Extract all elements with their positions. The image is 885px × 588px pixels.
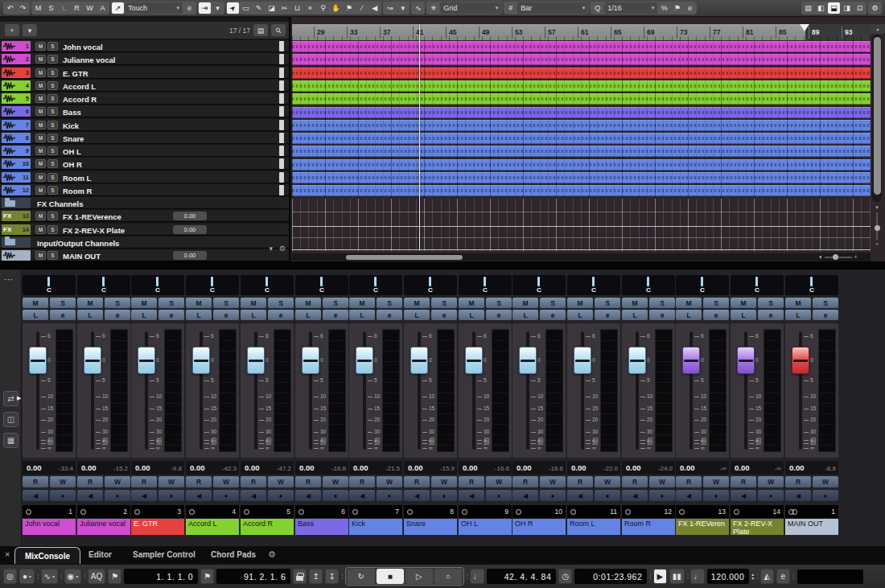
- channel-config-icon[interactable]: [462, 509, 467, 515]
- channel-listen-button[interactable]: L: [512, 310, 538, 320]
- track-mute-button[interactable]: M: [35, 55, 46, 64]
- horizontal-zoom-preset-button[interactable]: ▾: [819, 254, 822, 261]
- volume-fader[interactable]: [792, 347, 809, 374]
- track-row[interactable]: 8MSSnare: [0, 132, 289, 144]
- volume-value[interactable]: 0.00: [353, 463, 368, 472]
- mixer-channel-strip[interactable]: CMSLe605101520304050∞0.00-16.8RW◀●6Bass: [295, 269, 348, 535]
- channel-edit-button[interactable]: e: [50, 310, 76, 320]
- pan-control[interactable]: C: [241, 275, 294, 295]
- mixer-channel-strip[interactable]: CMSLe605101520304050∞0.00-8.8RW◀●1MAIN O…: [785, 269, 838, 535]
- monitor-button[interactable]: ◀: [186, 490, 212, 501]
- channel-listen-button[interactable]: L: [404, 310, 430, 320]
- mixer-channel-strip[interactable]: CMSLe605101520304050∞0.00-33.4RW◀●1John …: [23, 269, 76, 535]
- erase-tool[interactable]: ◪: [266, 2, 278, 14]
- volume-fader[interactable]: [737, 347, 755, 374]
- channel-edit-button[interactable]: e: [649, 310, 675, 320]
- audio-event[interactable]: [292, 41, 871, 52]
- pan-control[interactable]: C: [131, 275, 184, 295]
- tempo-stepper[interactable]: ▴ ▾: [751, 573, 754, 581]
- volume-value[interactable]: 0.00: [735, 463, 750, 472]
- pan-control[interactable]: C: [512, 275, 566, 295]
- right-zone-button[interactable]: ◨: [841, 2, 853, 14]
- playhead-cursor[interactable]: [419, 24, 420, 251]
- channel-edit-button[interactable]: e: [540, 310, 566, 320]
- mixer-channel-strip[interactable]: CMSLe605101520304050∞0.00-47.2RW◀●5Accor…: [241, 269, 294, 535]
- mixer-racks-button[interactable]: ◫: [3, 412, 19, 427]
- read-automation-button[interactable]: R: [785, 476, 811, 487]
- channel-name[interactable]: FX 1-REVeren: [676, 519, 729, 535]
- read-automation-button[interactable]: R: [512, 476, 538, 487]
- range-selection-tool[interactable]: ▭: [240, 2, 252, 14]
- channel-config-icon[interactable]: [352, 509, 358, 515]
- mixer-channel-strip[interactable]: CMSLe605101520304050∞0.00-9.8RW◀●3E. GTR: [131, 269, 184, 535]
- monitor-button[interactable]: ◀: [731, 490, 756, 501]
- channel-edit-button[interactable]: e: [595, 310, 620, 320]
- track-color-block[interactable]: 9: [2, 146, 31, 156]
- volume-value[interactable]: 0.00: [789, 463, 805, 472]
- read-automation-button[interactable]: R: [131, 476, 157, 487]
- monitor-button[interactable]: ◀: [349, 490, 375, 501]
- vertical-zoom-control[interactable]: ▾ +: [872, 204, 882, 251]
- pan-control[interactable]: C: [622, 275, 675, 295]
- channel-config-icon[interactable]: [244, 509, 249, 515]
- add-track-options-button[interactable]: ▾: [23, 24, 37, 36]
- channel-solo-button[interactable]: S: [813, 298, 838, 308]
- mixer-channel-strip[interactable]: CMSLe605101520304050∞0.00-22.0RW◀●11Room…: [567, 269, 620, 535]
- volume-fader[interactable]: [192, 347, 210, 374]
- track-volume-value[interactable]: 0.00: [173, 212, 207, 220]
- volume-value[interactable]: 0.00: [299, 463, 315, 472]
- cycle-button[interactable]: ↻: [348, 569, 375, 584]
- tab-chord-pads[interactable]: Chord Pads: [211, 550, 256, 559]
- metronome-setup-button[interactable]: e: [776, 569, 790, 584]
- record-enable-button[interactable]: ●: [813, 490, 838, 501]
- channel-listen-button[interactable]: L: [241, 310, 266, 320]
- channel-name[interactable]: Room R: [622, 519, 675, 535]
- track-row[interactable]: Input/Output Channels: [0, 236, 289, 249]
- menu-dots-icon[interactable]: ⁞: [756, 573, 758, 581]
- mixer-channel-strip[interactable]: CMSLe605101520304050∞0.00-∞RW◀●13FX 1-RE…: [676, 269, 729, 535]
- mute-tool[interactable]: ×: [304, 2, 316, 14]
- channel-name[interactable]: OH L: [459, 519, 512, 535]
- audio-event[interactable]: [292, 120, 871, 131]
- volume-fader[interactable]: [465, 347, 483, 374]
- channel-solo-button[interactable]: S: [540, 298, 566, 308]
- pan-control[interactable]: C: [567, 275, 620, 295]
- menu-dots-icon[interactable]: ⁞: [687, 573, 689, 581]
- read-automation-button[interactable]: R: [77, 476, 103, 487]
- track-mute-button[interactable]: M: [35, 251, 46, 260]
- gear-icon[interactable]: ⚙: [279, 245, 286, 253]
- setup-zone-button[interactable]: ⊡: [854, 2, 866, 14]
- metronome-button[interactable]: ◭: [760, 569, 774, 584]
- pan-control[interactable]: C: [676, 275, 729, 295]
- track-color-block[interactable]: 1: [2, 41, 31, 51]
- monitor-button[interactable]: ◀: [241, 490, 266, 501]
- read-automation-button[interactable]: R: [349, 476, 375, 487]
- volume-value[interactable]: 0.00: [408, 463, 423, 472]
- channel-name[interactable]: Snare: [404, 519, 457, 535]
- volume-value[interactable]: 0.00: [626, 463, 641, 472]
- volume-fader[interactable]: [519, 347, 537, 374]
- channel-listen-button[interactable]: L: [459, 310, 484, 320]
- mixer-channel-strip[interactable]: CMSLe605101520304050∞0.00-42.3RW◀●4Accor…: [186, 269, 239, 535]
- track-color-block[interactable]: FX13: [2, 211, 31, 221]
- horizontal-scroll-thumb[interactable]: [346, 255, 463, 260]
- track-row[interactable]: 12MSRoom R: [0, 184, 289, 196]
- track-mute-button[interactable]: M: [35, 173, 46, 182]
- pan-control[interactable]: C: [459, 275, 512, 295]
- mixer-channel-strip[interactable]: CMSLe605101520304050∞0.00-15.2RW◀●2Julia…: [77, 269, 130, 535]
- menu-dots-icon[interactable]: ⁞: [649, 573, 651, 581]
- channel-mute-button[interactable]: M: [23, 298, 48, 308]
- record-enable-button[interactable]: ●: [431, 490, 457, 501]
- monitor-button[interactable]: ◀: [23, 490, 48, 501]
- channel-mute-button[interactable]: M: [131, 298, 157, 308]
- vertical-scrollbar[interactable]: [872, 35, 882, 202]
- volume-fader[interactable]: [29, 347, 47, 374]
- tempo-track-button[interactable]: ▮▮: [669, 569, 685, 584]
- menu-dots-icon[interactable]: ⁞: [467, 573, 468, 581]
- monitor-button[interactable]: ◀: [459, 490, 484, 501]
- volume-value[interactable]: 0.00: [190, 463, 205, 472]
- track-row[interactable]: 10MSOH R: [0, 158, 289, 170]
- record-enable-button[interactable]: ●: [213, 490, 239, 501]
- channel-edit-button[interactable]: e: [486, 310, 512, 320]
- track-mute-button[interactable]: M: [35, 212, 46, 220]
